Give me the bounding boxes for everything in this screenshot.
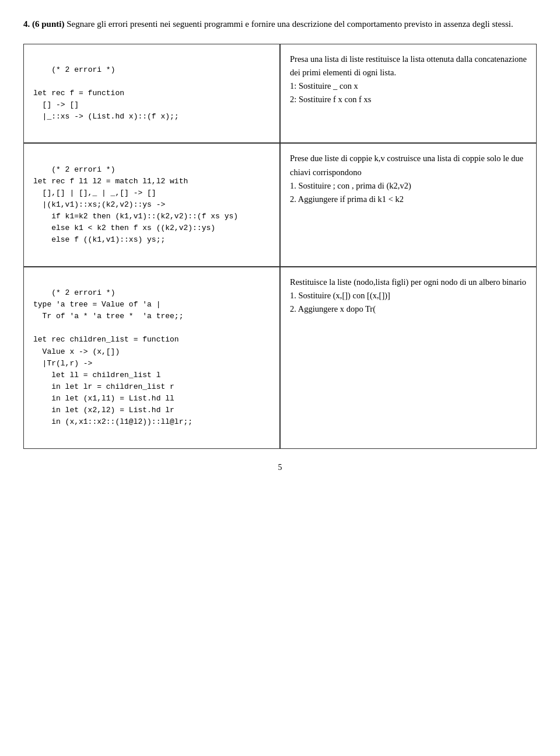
block3-right-text: Restituisce la liste (nodo,lista figli) … (280, 267, 537, 449)
block1-fix2: 2: Sostituire f x con f xs (290, 95, 371, 104)
question-number: 4. (23, 19, 30, 29)
block3-description: Restituisce la liste (nodo,lista figli) … (290, 277, 526, 287)
page-number: 5 (23, 463, 537, 472)
block3-fix2: 2. Aggiungere x dopo Tr( (290, 304, 376, 313)
block2-left-code: (* 2 errori *) let rec f l1 l2 = match l… (23, 143, 280, 266)
block3-left-code: (* 2 errori *) type 'a tree = Value of '… (23, 267, 280, 449)
block1-fix1: 1: Sostituire _ con x (290, 81, 358, 90)
block1-description: Presa una lista di liste restituisce la … (290, 54, 527, 77)
block3-fix1: 1. Sostituire (x,[]) con [(x,[])] (290, 291, 390, 300)
question-points: (6 punti) (32, 19, 64, 29)
block2-description: Prese due liste di coppie k,v costruisce… (290, 154, 523, 176)
question-header: 4. (6 punti) Segnare gli errori presenti… (23, 18, 537, 31)
block2-right-text: Prese due liste di coppie k,v costruisce… (280, 143, 537, 266)
block2-fix1: 1. Sostituire ; con , prima di (k2,v2) (290, 181, 411, 190)
content-grid: (* 2 errori *) let rec f = function [] -… (23, 44, 537, 449)
block2-fix2: 2. Aggiungere if prima di k1 < k2 (290, 194, 404, 204)
block1-right-text: Presa una lista di liste restituisce la … (280, 44, 537, 144)
block1-left-code: (* 2 errori *) let rec f = function [] -… (23, 44, 280, 144)
question-instruction: Segnare gli errori presenti nei seguenti… (66, 19, 513, 29)
